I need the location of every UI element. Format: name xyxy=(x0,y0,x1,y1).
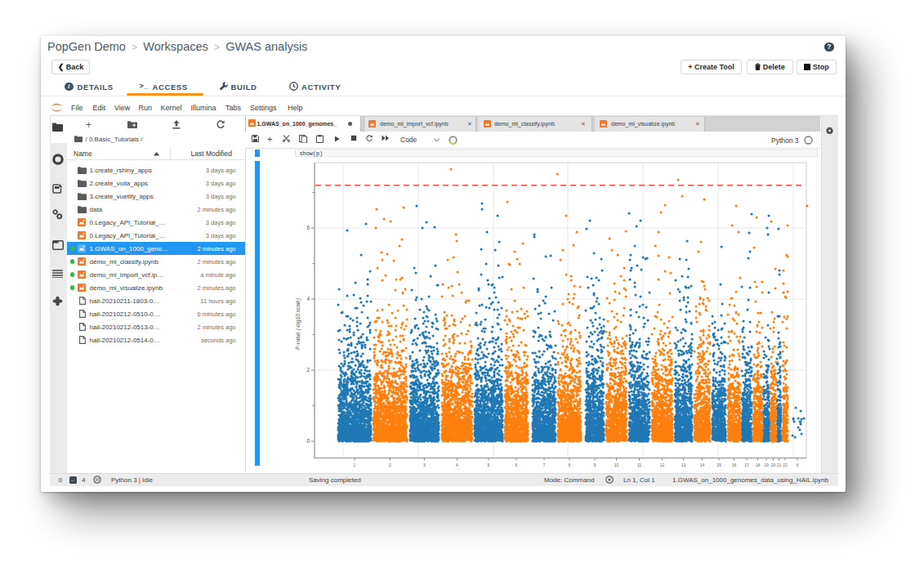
svg-text:6: 6 xyxy=(516,463,518,467)
svg-text:21: 21 xyxy=(777,463,782,467)
svg-text:18: 18 xyxy=(756,463,761,467)
svg-text:16: 16 xyxy=(732,463,737,467)
svg-text:2: 2 xyxy=(389,463,391,467)
svg-text:9: 9 xyxy=(594,463,596,467)
svg-text:7: 7 xyxy=(543,463,546,467)
svg-text:4: 4 xyxy=(306,296,310,302)
svg-text:12: 12 xyxy=(660,463,665,467)
svg-text:P-value (-log10 scale): P-value (-log10 scale) xyxy=(295,298,301,350)
svg-text:11: 11 xyxy=(637,463,641,467)
svg-text:8: 8 xyxy=(569,463,571,467)
svg-text:19: 19 xyxy=(764,463,769,467)
svg-text:13: 13 xyxy=(681,463,686,467)
svg-text:3: 3 xyxy=(423,463,426,467)
svg-text:1: 1 xyxy=(354,463,356,467)
svg-text:0: 0 xyxy=(306,438,310,444)
svg-text:17: 17 xyxy=(744,463,749,467)
svg-text:20: 20 xyxy=(771,463,776,467)
svg-text:6: 6 xyxy=(306,225,310,230)
svg-text:22: 22 xyxy=(783,463,788,467)
svg-text:14: 14 xyxy=(700,463,705,467)
svg-text:4: 4 xyxy=(456,463,458,467)
svg-text:10: 10 xyxy=(614,463,619,467)
svg-text:X: X xyxy=(796,463,799,467)
svg-text:15: 15 xyxy=(716,463,721,467)
svg-text:2: 2 xyxy=(306,367,310,373)
svg-text:5: 5 xyxy=(488,463,490,467)
